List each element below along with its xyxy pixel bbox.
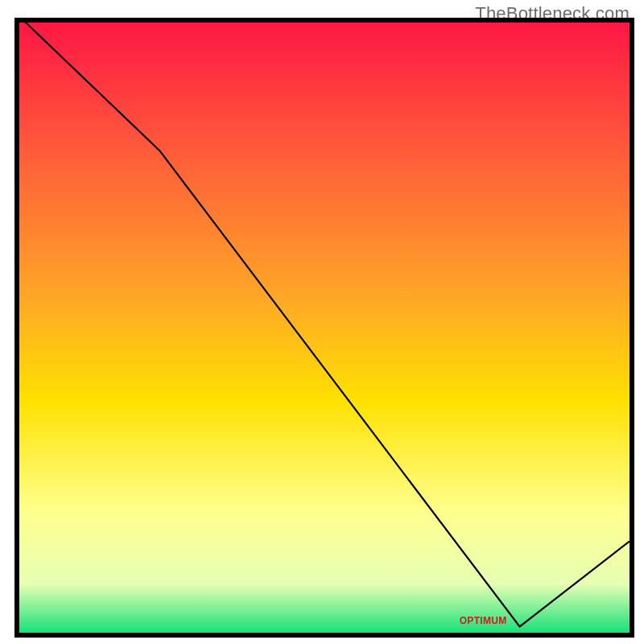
chart-container: TheBottleneck.com OPTIMUM [0, 0, 644, 644]
plot-frame: OPTIMUM [14, 23, 630, 638]
plot-area: OPTIMUM [19, 23, 630, 633]
plot-background [19, 23, 630, 633]
optimum-annotation: OPTIMUM [460, 615, 507, 626]
plot-svg [19, 23, 630, 633]
